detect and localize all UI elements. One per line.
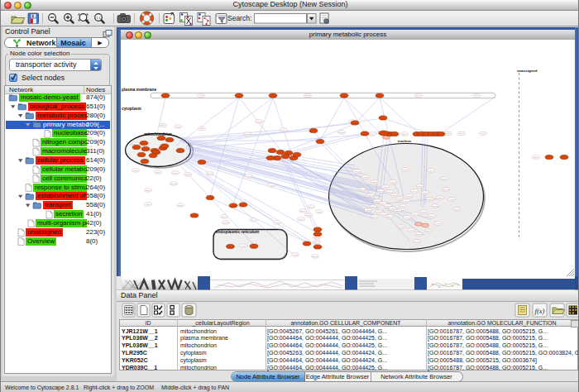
svg-text:Yal-b: Yal-b	[409, 229, 414, 232]
svg-text:Cit-2: Cit-2	[390, 181, 395, 184]
svg-text:Adh-1: Adh-1	[383, 186, 389, 189]
svg-text:Yal-b: Yal-b	[199, 94, 203, 97]
svg-text:Cox-a: Cox-a	[416, 94, 422, 97]
svg-text:Sdh-2: Sdh-2	[416, 233, 422, 236]
svg-text:Fba-1: Fba-1	[363, 176, 369, 179]
svg-text:Glk-1: Glk-1	[375, 200, 380, 203]
svg-text:Cdc-19: Cdc-19	[170, 183, 177, 185]
svg-text:Pgk-1: Pgk-1	[368, 194, 374, 197]
svg-text:f(x): f(x)	[535, 307, 545, 315]
svg-text:unassigned: unassigned	[517, 69, 538, 73]
svg-text:Pgk-1: Pgk-1	[438, 197, 443, 199]
svg-text:Kgd-1: Kgd-1	[534, 156, 539, 159]
svg-text:Glk-1: Glk-1	[413, 213, 418, 216]
svg-text:Hxt-4: Hxt-4	[412, 190, 417, 193]
svg-text:Atp-b: Atp-b	[474, 94, 479, 97]
svg-text:Pdc-1: Pdc-1	[178, 204, 184, 207]
svg-text:Pdc-1: Pdc-1	[454, 208, 460, 211]
svg-text:Tpi-1: Tpi-1	[429, 215, 434, 218]
svg-text:cytoplasm: cytoplasm	[122, 107, 141, 111]
svg-text:Cit-2: Cit-2	[175, 126, 180, 128]
svg-text:Tdh-3: Tdh-3	[428, 198, 433, 201]
svg-text:1:1: 1:1	[97, 17, 101, 20]
svg-text:nucleus: nucleus	[398, 139, 412, 143]
svg-text:Adh-1: Adh-1	[146, 203, 151, 206]
svg-text:Tpi-1: Tpi-1	[392, 194, 397, 197]
svg-text:Tdh-3: Tdh-3	[185, 174, 191, 176]
svg-text:Pfk-1: Pfk-1	[275, 222, 280, 224]
svg-text:Eno-2: Eno-2	[313, 256, 318, 258]
svg-text:Hxk-2: Hxk-2	[397, 198, 403, 200]
svg-text:Tdh-3: Tdh-3	[372, 181, 378, 184]
svg-text:Kgd-1: Kgd-1	[446, 132, 452, 135]
svg-text:Fba-1: Fba-1	[423, 192, 428, 194]
svg-text:Pgk-1: Pgk-1	[146, 189, 151, 192]
svg-text:Search:: Search:	[227, 14, 251, 22]
svg-text:Pma-1: Pma-1	[417, 185, 423, 188]
svg-text:Idh-1: Idh-1	[317, 211, 322, 213]
svg-text:Idh-1: Idh-1	[354, 170, 359, 173]
svg-text:Sdh-2: Sdh-2	[314, 237, 320, 239]
svg-text:Yal-b: Yal-b	[241, 245, 246, 247]
svg-text:Pyk-2: Pyk-2	[399, 226, 404, 228]
svg-text:Sec-c: Sec-c	[481, 132, 486, 135]
svg-text:Adh-1: Adh-1	[449, 198, 455, 201]
svg-text:Eno-2: Eno-2	[360, 189, 366, 191]
svg-text:Atp-b: Atp-b	[436, 222, 441, 225]
svg-text:Mdh-1: Mdh-1	[414, 241, 420, 243]
svg-text:Erv-b: Erv-b	[381, 213, 386, 216]
svg-text:mitochondrion: mitochondrion	[144, 132, 172, 136]
svg-text:Mdh-1: Mdh-1	[160, 124, 166, 127]
svg-text:Atp-b: Atp-b	[269, 184, 274, 187]
svg-text:Gal-2: Gal-2	[403, 169, 409, 171]
svg-text:Pyk-2: Pyk-2	[293, 254, 299, 256]
svg-text:Pdc-1: Pdc-1	[387, 191, 393, 194]
svg-text:Sdh-2: Sdh-2	[395, 210, 401, 213]
svg-text:Fba-1: Fba-1	[173, 172, 179, 174]
svg-text:Hxt-4: Hxt-4	[370, 133, 375, 136]
svg-text:Hxt-4: Hxt-4	[281, 129, 286, 131]
svg-text:Tpi-1: Tpi-1	[222, 216, 227, 218]
svg-text:Cox-a: Cox-a	[426, 230, 432, 232]
svg-text:Mdh-1: Mdh-1	[339, 131, 345, 134]
svg-text:plasma membrane: plasma membrane	[122, 88, 156, 92]
svg-text:Gal-2: Gal-2	[256, 121, 262, 123]
svg-text:Fba-1: Fba-1	[306, 214, 312, 217]
svg-text:Pfk-1: Pfk-1	[404, 217, 409, 219]
svg-text:Cit-2: Cit-2	[366, 209, 371, 212]
svg-text:Sec-c: Sec-c	[300, 210, 306, 213]
svg-text:Gal-2: Gal-2	[407, 195, 413, 198]
svg-text:Atp-b: Atp-b	[404, 200, 409, 203]
svg-text:Gal-2: Gal-2	[246, 175, 252, 178]
svg-text:Eno-2: Eno-2	[433, 205, 438, 208]
svg-text:Cox-a: Cox-a	[400, 205, 406, 208]
svg-text:Cdc-19: Cdc-19	[443, 189, 449, 191]
svg-text:Sec-c: Sec-c	[387, 216, 393, 218]
svg-text:Tdh-3: Tdh-3	[299, 218, 304, 221]
svg-text:Cox-a: Cox-a	[314, 241, 320, 243]
svg-text:Pma-1: Pma-1	[441, 178, 447, 180]
svg-text:Cdc-19: Cdc-19	[377, 190, 384, 193]
svg-text:Eno-2: Eno-2	[208, 173, 213, 175]
svg-text:Hxk-2: Hxk-2	[421, 211, 427, 213]
svg-text:Mdh-1: Mdh-1	[371, 206, 376, 208]
svg-text:endoplasmic reticulum: endoplasmic reticulum	[216, 230, 259, 234]
svg-text:Kgd-1: Kgd-1	[199, 127, 205, 130]
svg-text:Glk-1: Glk-1	[251, 219, 256, 222]
svg-text:Erv-b: Erv-b	[309, 206, 313, 208]
svg-text:Erv-b: Erv-b	[459, 132, 464, 135]
svg-text:Hxt-4: Hxt-4	[428, 170, 433, 172]
svg-text:Idh-1: Idh-1	[156, 171, 160, 174]
svg-text:Pma-1: Pma-1	[244, 133, 251, 136]
svg-text:Pma-1: Pma-1	[401, 133, 408, 136]
svg-text:Idh-1: Idh-1	[372, 216, 377, 218]
svg-text:Hxk-2: Hxk-2	[223, 222, 229, 224]
svg-text:Sec-c: Sec-c	[133, 170, 139, 172]
svg-text:Sdh-2: Sdh-2	[305, 94, 311, 97]
